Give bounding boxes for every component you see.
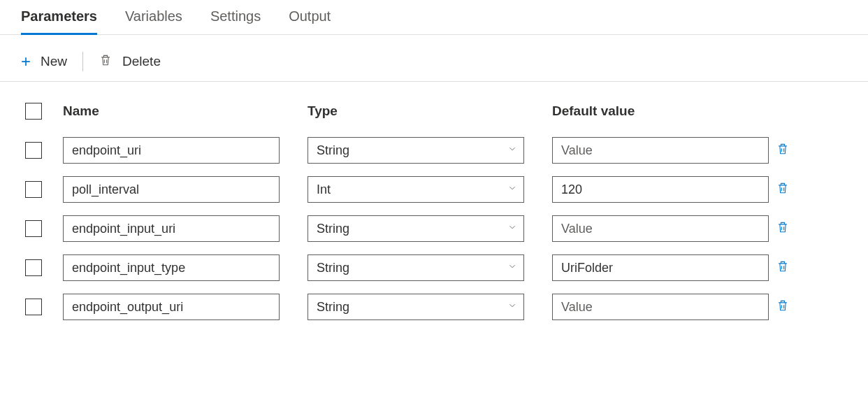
row-checkbox[interactable] — [25, 259, 42, 276]
delete-button-label: Delete — [122, 54, 161, 69]
tab-parameters[interactable]: Parameters — [21, 8, 97, 34]
name-input[interactable] — [63, 137, 280, 164]
name-input[interactable] — [63, 294, 280, 320]
table-row — [21, 248, 847, 287]
toolbar: + New Delete — [0, 35, 868, 82]
table-row — [21, 131, 847, 170]
plus-icon: + — [21, 53, 31, 70]
table-row — [21, 170, 847, 209]
trash-icon — [99, 52, 113, 71]
delete-row-button[interactable] — [776, 187, 790, 199]
default-value-input[interactable] — [552, 254, 769, 281]
type-select[interactable] — [308, 176, 524, 203]
row-checkbox[interactable] — [25, 220, 42, 237]
tab-bar: Parameters Variables Settings Output — [0, 0, 868, 35]
tab-variables[interactable]: Variables — [125, 8, 182, 34]
header-type: Type — [308, 103, 552, 119]
default-value-input[interactable] — [552, 215, 769, 242]
table-row — [21, 209, 847, 248]
delete-row-button[interactable] — [776, 226, 790, 238]
type-select[interactable] — [308, 254, 524, 281]
table-header: Name Type Default value — [21, 92, 847, 131]
header-default: Default value — [552, 103, 776, 119]
row-checkbox[interactable] — [25, 142, 42, 159]
name-input[interactable] — [63, 254, 280, 281]
delete-row-button[interactable] — [776, 148, 790, 159]
name-input[interactable] — [63, 176, 280, 203]
new-button-label: New — [41, 54, 67, 69]
toolbar-divider — [82, 52, 83, 71]
new-button[interactable]: + New — [21, 53, 67, 70]
name-input[interactable] — [63, 215, 280, 242]
header-name: Name — [63, 103, 308, 119]
tab-output[interactable]: Output — [289, 8, 331, 34]
table-row — [21, 287, 847, 326]
delete-row-button[interactable] — [776, 265, 790, 277]
default-value-input[interactable] — [552, 176, 769, 203]
type-select[interactable] — [308, 137, 524, 164]
default-value-input[interactable] — [552, 137, 769, 164]
tab-settings[interactable]: Settings — [210, 8, 261, 34]
default-value-input[interactable] — [552, 294, 769, 320]
delete-button[interactable]: Delete — [99, 52, 161, 71]
type-select[interactable] — [308, 215, 524, 242]
select-all-checkbox[interactable] — [25, 103, 42, 120]
type-select[interactable] — [308, 294, 524, 320]
row-checkbox[interactable] — [25, 299, 42, 315]
delete-row-button[interactable] — [776, 304, 790, 316]
row-checkbox[interactable] — [25, 181, 42, 198]
parameters-grid: Name Type Default value — [0, 82, 868, 326]
